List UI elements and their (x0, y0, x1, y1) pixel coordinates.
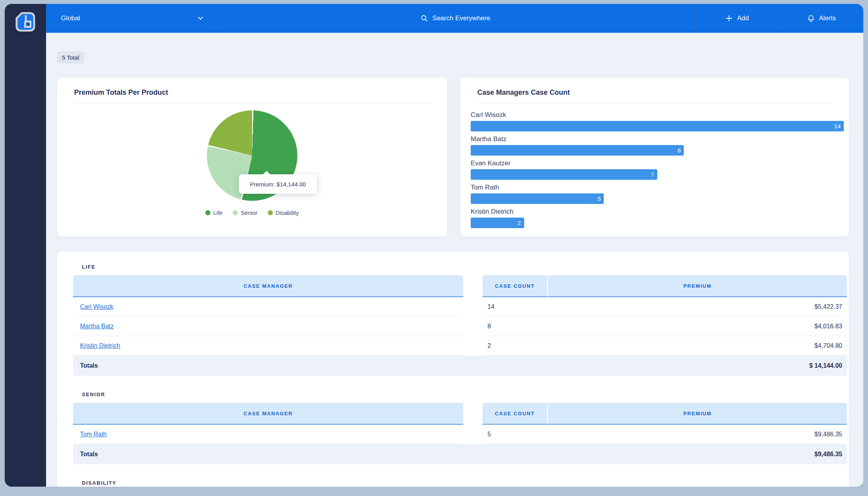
bar-label: Evan Kautzer (471, 159, 844, 167)
bar-kristin-dietrich[interactable]: 2 (471, 218, 524, 228)
company-logo-icon (15, 12, 36, 32)
total-count-badge: 5 Total (57, 51, 84, 64)
premium-cell: $9,486.35 (548, 431, 847, 438)
table-row: Carl Wisozk 14 $5,422.37 (73, 297, 847, 317)
global-search[interactable]: Search Everywhere (216, 4, 694, 33)
bar-group-kristin-dietrich: Kristin Dietrich 2 (471, 208, 844, 228)
legend-item-life: Life (205, 209, 222, 216)
sidebar (5, 4, 46, 487)
totals-label: Totals (73, 362, 98, 369)
case-count-cell: 2 (482, 342, 548, 349)
bar-group-carl-wisozk: Carl Wisozk 14 (471, 111, 844, 131)
alerts-button-label: Alerts (819, 14, 836, 22)
chevron-down-icon (197, 15, 204, 22)
legend-dot-life (205, 210, 210, 215)
card-divider (74, 103, 430, 103)
case-count-cell: 14 (482, 303, 548, 310)
premium-cell: $5,422.37 (548, 303, 847, 310)
bar-evan-kautzer[interactable]: 7 (471, 169, 657, 180)
table-row: Kristin Dietrich 2 $4,704.80 (73, 336, 847, 356)
bar-group-tom-rath: Tom Rath 5 (471, 184, 844, 204)
life-table-header: CASE MANAGER CASE COUNT PREMIUM (73, 275, 847, 297)
totals-premium: $ 14,144.00 (98, 362, 847, 369)
top-bar: Global Search Everywhere Add Alerts (46, 4, 863, 33)
legend-dot-disability (268, 210, 273, 215)
case-managers-card-title: Case Managers Case Count (477, 89, 832, 97)
case-manager-link[interactable]: Carl Wisozk (80, 303, 113, 310)
column-header-case-count: CASE COUNT (482, 275, 548, 297)
bar-value: 5 (598, 195, 601, 202)
column-header-premium: PREMIUM (548, 275, 847, 297)
senior-totals-row: Totals $9,486.35 (73, 444, 847, 464)
bar-value: 14 (834, 123, 841, 129)
premium-cell: $4,704.80 (548, 342, 847, 349)
legend-item-senior: Senior (233, 209, 257, 216)
case-manager-link[interactable]: Kristin Dietrich (80, 342, 120, 349)
bar-value: 2 (518, 220, 521, 226)
plus-icon (725, 14, 733, 22)
bell-icon (807, 14, 815, 23)
case-managers-card-header: Case Managers Case Count (460, 78, 849, 103)
scope-selector[interactable]: Global (46, 4, 216, 33)
premium-totals-card-header: Premium Totals Per Product (57, 78, 447, 103)
pie-legend: Life Senior Disability (57, 209, 447, 216)
section-label-senior: SENIOR (82, 391, 847, 397)
bar-martha-batz[interactable]: 8 (471, 145, 684, 156)
section-label-disability: DISABILITY (82, 480, 847, 486)
premium-cell: $4,016.83 (548, 323, 847, 330)
case-count-cell: 8 (482, 323, 548, 330)
senior-table: CASE MANAGER CASE COUNT PREMIUM Tom Rath… (73, 403, 847, 464)
add-button[interactable]: Add (694, 4, 779, 33)
case-count-cell: 5 (482, 431, 548, 438)
bar-value: 8 (678, 147, 681, 154)
bar-value: 7 (651, 171, 654, 178)
premium-totals-card-title: Premium Totals Per Product (74, 89, 430, 97)
premium-totals-card: Premium Totals Per Product Premium: $14,… (57, 78, 447, 237)
bar-label: Kristin Dietrich (471, 208, 844, 216)
legend-label-disability: Disability (276, 209, 299, 216)
search-icon (420, 14, 428, 22)
product-tables-card: LIFE CASE MANAGER CASE COUNT PREMIUM Car… (57, 252, 849, 487)
column-header-case-manager: CASE MANAGER (73, 403, 463, 425)
pie-tooltip: Premium: $14,144.00 (239, 174, 317, 194)
bar-group-evan-kautzer: Evan Kautzer 7 (471, 159, 844, 180)
table-row: Martha Batz 8 $4,016.83 (73, 317, 847, 336)
section-label-life: LIFE (82, 264, 847, 270)
bar-label: Martha Batz (471, 135, 844, 143)
search-placeholder: Search Everywhere (432, 14, 490, 22)
dashboard-cards-row: Premium Totals Per Product Premium: $14,… (57, 78, 849, 237)
legend-dot-senior (233, 210, 238, 215)
column-header-case-manager: CASE MANAGER (73, 275, 463, 297)
app-window: Global Search Everywhere Add Alerts 5 To (5, 4, 863, 487)
legend-label-life: Life (213, 209, 222, 216)
life-table: CASE MANAGER CASE COUNT PREMIUM Carl Wis… (73, 275, 847, 376)
totals-label: Totals (73, 451, 98, 458)
case-manager-link[interactable]: Martha Batz (80, 323, 114, 330)
main-content: 5 Total Premium Totals Per Product Premi… (46, 33, 863, 487)
table-row: Tom Rath 5 $9,486.35 (73, 425, 847, 444)
case-count-bar-chart: Carl Wisozk 14 Martha Batz 8 Evan Kautze… (460, 103, 849, 228)
pie-tooltip-text: Premium: $14,144.00 (250, 181, 306, 188)
bar-tom-rath[interactable]: 5 (471, 193, 604, 204)
column-header-premium: PREMIUM (548, 403, 847, 425)
legend-label-senior: Senior (240, 209, 257, 216)
alerts-button[interactable]: Alerts (779, 4, 863, 33)
bar-carl-wisozk[interactable]: 14 (471, 121, 844, 131)
bar-label: Carl Wisozk (471, 111, 844, 119)
scope-selector-label: Global (61, 14, 80, 22)
bar-label: Tom Rath (471, 184, 844, 191)
case-managers-card: Case Managers Case Count Carl Wisozk 14 … (460, 78, 849, 237)
case-manager-link[interactable]: Tom Rath (80, 431, 107, 438)
totals-premium: $9,486.35 (98, 451, 847, 458)
company-logo[interactable] (15, 12, 36, 32)
add-button-label: Add (737, 14, 749, 22)
legend-item-disability: Disability (268, 209, 299, 216)
column-header-case-count: CASE COUNT (482, 403, 548, 425)
senior-table-header: CASE MANAGER CASE COUNT PREMIUM (73, 403, 847, 425)
life-totals-row: Totals $ 14,144.00 (73, 356, 847, 376)
bar-group-martha-batz: Martha Batz 8 (471, 135, 844, 156)
